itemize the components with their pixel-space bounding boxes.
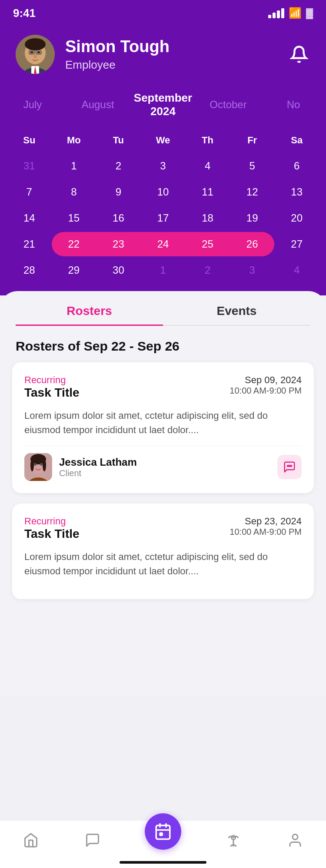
client-avatar-1 (24, 453, 52, 481)
roster-time-1: 10:00 AM-9:00 PM (230, 386, 302, 396)
svg-point-11 (34, 55, 37, 58)
roster-card-1-header: Recurring Task Title Sep 09, 2024 10:00 … (24, 374, 302, 405)
cal-day-31[interactable]: 31 (7, 154, 52, 178)
chat-icon (83, 831, 102, 850)
cal-day-3[interactable]: 3 (141, 154, 186, 178)
cal-day-13[interactable]: 13 (274, 180, 319, 204)
task-title-2: Task Title (24, 527, 80, 541)
svg-point-30 (293, 834, 298, 839)
nav-beach[interactable] (224, 831, 243, 850)
roster-heading: Rosters of Sep 22 - Sep 26 (0, 326, 326, 362)
client-text-1: Jessica Latham Client (59, 456, 137, 478)
weekday-sa: Sa (274, 131, 319, 149)
roster-date-2: Sep 23, 2024 (230, 516, 302, 527)
month-next2[interactable]: No (261, 94, 326, 115)
task-desc-2: Lorem ipsum dolor sit amet, cctetur adip… (24, 550, 302, 578)
cal-day-23[interactable]: 23 (96, 232, 141, 256)
client-role-1: Client (59, 468, 137, 478)
nav-calendar-center[interactable] (145, 813, 181, 850)
cal-day-22[interactable]: 22 (52, 232, 96, 256)
wifi-icon: 📶 (289, 7, 302, 19)
cal-day-6[interactable]: 6 (274, 154, 319, 178)
cal-day-1[interactable]: 1 (52, 154, 96, 178)
cal-day-16[interactable]: 16 (96, 206, 141, 230)
cal-day-14[interactable]: 14 (7, 206, 52, 230)
divider-1 (24, 446, 302, 446)
user-info: Simon Tough Employee (65, 37, 170, 72)
client-info-1: Jessica Latham Client (24, 453, 137, 481)
chat-button-1[interactable] (277, 455, 302, 479)
cal-day-24[interactable]: 24 (141, 232, 186, 256)
home-icon (21, 831, 40, 850)
client-name-1: Jessica Latham (59, 456, 137, 468)
cal-day-18[interactable]: 18 (185, 206, 230, 230)
cal-day-oct2[interactable]: 2 (185, 258, 230, 282)
card-section: Rosters Events Rosters of Sep 22 - Sep 2… (0, 291, 326, 696)
cal-day-30[interactable]: 30 (96, 258, 141, 282)
client-row-1: Jessica Latham Client (24, 453, 302, 481)
tab-rosters[interactable]: Rosters (16, 304, 163, 325)
recurring-label-2: Recurring (24, 516, 80, 527)
battery-icon: ▓ (306, 7, 313, 19)
calendar-grid: 31 1 2 3 4 5 6 7 8 9 10 11 12 13 14 15 1… (0, 154, 326, 282)
svg-point-16 (30, 459, 34, 471)
calendar-section: July August September 2024 October No Su… (0, 87, 326, 295)
cal-day-19[interactable]: 19 (230, 206, 275, 230)
cal-day-27[interactable]: 27 (274, 232, 319, 256)
month-august[interactable]: August (65, 94, 130, 115)
task-title-1: Task Title (24, 386, 80, 400)
roster-card-2-header: Recurring Task Title Sep 23, 2024 10:00 … (24, 516, 302, 546)
svg-point-22 (291, 465, 292, 467)
nav-profile[interactable] (286, 831, 305, 850)
status-bar: 9:41 📶 ▓ (0, 0, 326, 26)
notification-bell-icon[interactable] (288, 43, 310, 66)
cal-day-10[interactable]: 10 (141, 180, 186, 204)
cal-day-15[interactable]: 15 (52, 206, 96, 230)
weekday-su: Su (7, 131, 52, 149)
cal-day-oct1[interactable]: 1 (141, 258, 186, 282)
month-october[interactable]: October (196, 94, 261, 115)
cal-day-12[interactable]: 12 (230, 180, 275, 204)
weekday-mo: Mo (52, 131, 96, 149)
cal-day-28[interactable]: 28 (7, 258, 52, 282)
cal-day-29[interactable]: 29 (52, 258, 96, 282)
cal-day-20[interactable]: 20 (274, 206, 319, 230)
weekday-we: We (141, 131, 186, 149)
cal-day-4[interactable]: 4 (185, 154, 230, 178)
tab-events[interactable]: Events (163, 304, 310, 325)
beach-icon (224, 831, 243, 850)
month-nav: July August September 2024 October No (0, 87, 326, 123)
cal-day-11[interactable]: 11 (185, 180, 230, 204)
header: Simon Tough Employee (0, 26, 326, 87)
cal-day-21[interactable]: 21 (7, 232, 52, 256)
weekday-th: Th (185, 131, 230, 149)
svg-rect-7 (37, 51, 40, 53)
status-icons: 📶 ▓ (268, 7, 313, 19)
profile-icon (286, 831, 305, 850)
signal-icon (268, 8, 284, 18)
nav-chat[interactable] (83, 831, 102, 850)
cal-day-oct3[interactable]: 3 (230, 258, 275, 282)
svg-point-18 (34, 463, 37, 466)
svg-point-5 (25, 38, 46, 50)
home-bar (120, 861, 206, 864)
cal-day-2[interactable]: 2 (96, 154, 141, 178)
cal-day-7[interactable]: 7 (7, 180, 52, 204)
svg-rect-27 (160, 833, 162, 835)
month-july[interactable]: July (0, 94, 65, 115)
cal-day-25[interactable]: 25 (185, 232, 230, 256)
cal-day-8[interactable]: 8 (52, 180, 96, 204)
cal-day-17[interactable]: 17 (141, 206, 186, 230)
cal-day-oct4[interactable]: 4 (274, 258, 319, 282)
cal-day-9[interactable]: 9 (96, 180, 141, 204)
cal-day-26[interactable]: 26 (230, 232, 275, 256)
svg-point-20 (287, 465, 289, 467)
cal-day-5[interactable]: 5 (230, 154, 275, 178)
user-role: Employee (65, 58, 170, 72)
roster-card-2: Recurring Task Title Sep 23, 2024 10:00 … (12, 504, 314, 599)
roster-date-1: Sep 09, 2024 (230, 374, 302, 386)
roster-card-1: Recurring Task Title Sep 09, 2024 10:00 … (12, 362, 314, 493)
month-current[interactable]: September 2024 (130, 87, 196, 123)
tabs: Rosters Events (16, 291, 310, 326)
nav-home[interactable] (21, 831, 40, 850)
